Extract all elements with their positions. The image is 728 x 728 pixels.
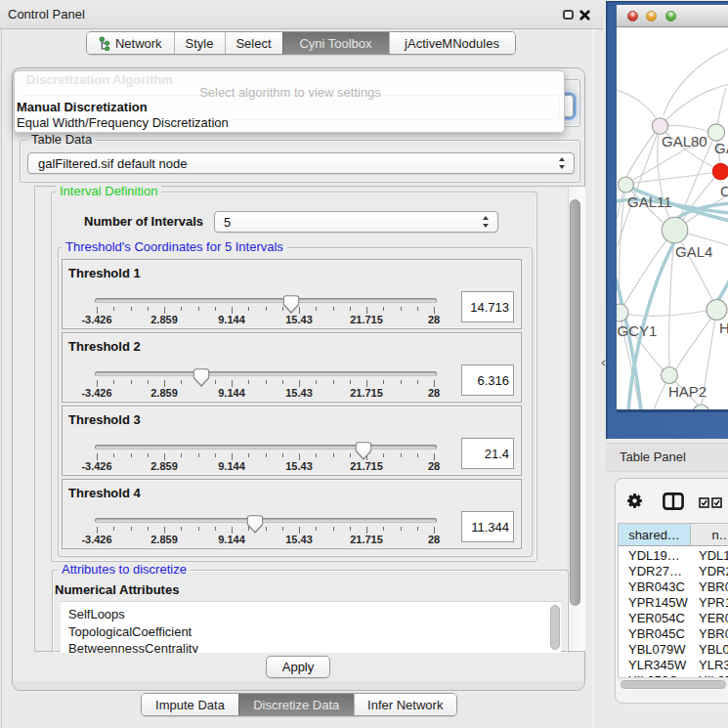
slider-major-tick (97, 380, 98, 387)
table-cell-name[interactable]: YPR145W (699, 595, 728, 610)
network-node[interactable] (707, 300, 727, 321)
slider-minor-tick (316, 453, 317, 457)
table-cell-name[interactable]: YLR345W (699, 658, 728, 672)
table-cell-name[interactable]: YBR043C (699, 579, 728, 594)
table-cell-shared-name[interactable]: YBR043C (628, 579, 685, 594)
table-cell-shared-name[interactable]: YLR345W (628, 658, 686, 672)
table-column-header[interactable]: shared… (619, 524, 691, 546)
slider-tick-label: 21.715 (350, 460, 383, 472)
tab-select[interactable]: Select (225, 32, 282, 54)
threshold-value-field[interactable]: 21.4 (461, 438, 514, 469)
slider-track[interactable] (95, 371, 437, 376)
tab-style[interactable]: Style (174, 32, 225, 54)
numerical-attributes-list[interactable]: SelfLoopsTopologicalCoefficientBetweenne… (61, 601, 561, 653)
slider-minor-tick (181, 380, 182, 384)
network-node[interactable] (662, 367, 678, 384)
tab-infer-network[interactable]: Infer Network (354, 694, 457, 715)
control-panel-titlebar (0, 0, 603, 29)
tab-cyni-toolbox[interactable]: Cyni Toolbox (282, 32, 389, 54)
slider-minor-tick (417, 307, 418, 311)
slider-thumb[interactable] (355, 442, 371, 460)
number-of-intervals-combobox[interactable]: 5 (214, 211, 498, 233)
popup-item-equal-width[interactable]: Equal Width/Frequency Discretization (15, 115, 564, 130)
horizontal-scrollbar-thumb[interactable] (621, 680, 726, 689)
network-canvas[interactable]: GAL80GACGAL11GAL4GCY1HHAP2 (617, 27, 728, 409)
slider-major-tick (164, 307, 165, 314)
slider-thumb[interactable] (247, 515, 264, 534)
table-cell-shared-name[interactable]: YER054C (628, 611, 685, 625)
table-cell-shared-name[interactable]: YDL19… (628, 548, 680, 563)
table-cell-shared-name[interactable]: YBL079W (628, 642, 686, 657)
attribute-list-item[interactable]: BetweennessCentrality (68, 641, 198, 653)
table-cell-shared-name[interactable]: YDR27… (628, 564, 682, 578)
slider-minor-tick (417, 527, 418, 531)
list-scrollbar-thumb[interactable] (550, 605, 560, 650)
slider-minor-tick (333, 380, 334, 384)
slider-thumb[interactable] (193, 368, 209, 387)
slider-minor-tick (333, 453, 334, 457)
network-edge-highlighted[interactable] (717, 278, 728, 301)
network-edge[interactable] (620, 311, 707, 317)
close-icon[interactable] (579, 10, 590, 21)
table-cell-name[interactable]: YDR27… (699, 564, 728, 578)
checkbox-checked-icon[interactable] (699, 497, 709, 508)
slider-minor-tick (248, 307, 249, 311)
network-edge[interactable] (626, 126, 661, 177)
network-node[interactable] (652, 118, 667, 134)
float-window-icon[interactable] (563, 10, 574, 20)
slider-track[interactable] (95, 298, 437, 303)
tab-label: Cyni Toolbox (299, 36, 371, 51)
network-edge[interactable] (664, 49, 728, 115)
network-node[interactable] (619, 177, 634, 193)
checkbox-checked-icon[interactable] (711, 497, 722, 508)
gear-icon[interactable] (626, 492, 643, 509)
table-column-header[interactable]: n… (691, 524, 728, 546)
network-node[interactable] (662, 217, 688, 243)
tab-discretize-data[interactable]: Discretize Data (238, 694, 354, 715)
threshold-value-field[interactable]: 14.713 (461, 291, 514, 322)
slider-tick-label: 9.144 (218, 387, 245, 399)
network-edge[interactable] (617, 90, 657, 119)
popup-prompt-item[interactable]: Select algorithm to view settings (15, 85, 564, 100)
tab-impute-data[interactable]: Impute Data (142, 694, 238, 715)
attribute-list-item[interactable]: TopologicalCoefficient (68, 624, 192, 639)
slider-tick-label: 21.715 (350, 387, 383, 399)
attribute-list-item[interactable]: SelfLoops (68, 607, 125, 621)
column-layout-icon[interactable] (663, 492, 684, 510)
table-cell-name[interactable]: YDL19… (699, 548, 728, 563)
network-edge[interactable] (623, 231, 675, 307)
window-left-edge (1, 0, 2, 728)
slider-tick-label: 15.43 (285, 387, 313, 399)
table-cell-name[interactable]: YER054C (699, 611, 728, 625)
slider-track[interactable] (95, 445, 437, 450)
slider-tick-label: 15.43 (285, 314, 313, 325)
network-edge[interactable] (676, 310, 717, 369)
vertical-scrollbar-thumb[interactable] (570, 199, 580, 606)
slider-minor-tick (148, 380, 149, 384)
slider-thumb[interactable] (283, 295, 300, 314)
tab-network[interactable]: Network (87, 32, 174, 54)
threshold-value-field[interactable]: 6.316 (461, 364, 514, 396)
table-data-combobox[interactable]: galFiltered.sif default node (27, 152, 575, 174)
tab-jactivemnodules[interactable]: jActiveMNodules (389, 32, 515, 54)
tab-label: Style (186, 36, 214, 51)
slider-minor-tick (248, 380, 249, 384)
network-node[interactable] (707, 124, 724, 141)
popup-item-manual-discretization[interactable]: Manual Discretization (15, 100, 564, 114)
slider-minor-tick (282, 380, 283, 384)
slider-minor-tick (350, 380, 351, 384)
close-traffic-light[interactable] (627, 11, 638, 21)
slider-minor-tick (316, 527, 317, 531)
network-edge[interactable] (634, 172, 721, 184)
network-node[interactable] (712, 163, 728, 179)
slider-thumb-icon (355, 442, 371, 460)
table-cell-shared-name[interactable]: YBR045C (628, 626, 685, 641)
table-cell-name[interactable]: YBR045C (699, 626, 728, 641)
slider-minor-tick (350, 527, 351, 531)
table-cell-name[interactable]: YBL079W (699, 642, 728, 657)
table-cell-shared-name[interactable]: YPR145W (628, 595, 688, 610)
slider-track[interactable] (95, 518, 437, 523)
splitter-line[interactable] (592, 29, 594, 728)
apply-button[interactable]: Apply (266, 656, 330, 678)
threshold-value-field[interactable]: 11.344 (461, 511, 514, 542)
